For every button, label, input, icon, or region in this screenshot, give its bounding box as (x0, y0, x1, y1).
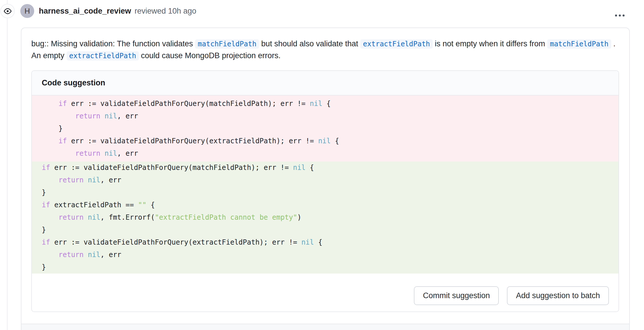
kebab-icon[interactable] (614, 12, 626, 19)
code-line: } (42, 122, 609, 135)
timeline-rail (7, 0, 8, 330)
suggestion-removed-code: if err := validateFieldPathForQuery(matc… (32, 96, 618, 162)
commit-suggestion-button[interactable]: Commit suggestion (414, 286, 499, 305)
code-suggestion-title: Code suggestion (32, 71, 618, 96)
author-link[interactable]: harness_ai_code_review (39, 7, 131, 16)
code-line: } (42, 224, 609, 236)
review-timeline-item: H harness_ai_code_review reviewed 10h ag… (0, 0, 644, 330)
inline-code-chip: matchFieldPath (547, 39, 611, 49)
code-line: return nil, err (42, 147, 609, 160)
code-line: return nil, err (42, 110, 609, 122)
eye-badge (0, 4, 15, 18)
add-suggestion-to-batch-button[interactable]: Add suggestion to batch (507, 286, 609, 305)
kebab-dot (615, 14, 617, 16)
code-line: if extractFieldPath == "" { (42, 199, 609, 211)
code-line: } (42, 186, 609, 199)
code-line: } (42, 261, 609, 274)
kebab-dot (619, 14, 621, 16)
suggestion-actions: Commit suggestion Add suggestion to batc… (32, 274, 618, 311)
review-header: harness_ai_code_review reviewed 10h ago (39, 0, 196, 22)
inline-code-chip: matchFieldPath (195, 39, 259, 49)
code-line: return nil, err (42, 249, 609, 261)
avatar[interactable]: H (20, 4, 34, 18)
inline-code-chip: extractFieldPath (67, 51, 139, 60)
comment-body: bug:: Missing validation: The function v… (21, 28, 629, 324)
code-line: return nil, fmt.Errorf("extractFieldPath… (42, 211, 609, 224)
review-comment-card: bug:: Missing validation: The function v… (21, 28, 630, 330)
review-meta: reviewed 10h ago (134, 7, 196, 16)
code-line: return nil, err (42, 174, 609, 186)
code-line: if err := validateFieldPathForQuery(extr… (42, 135, 609, 147)
kebab-dot (623, 14, 625, 16)
code-line: if err := validateFieldPathForQuery(extr… (42, 236, 609, 249)
suggestion-added-code: if err := validateFieldPathForQuery(matc… (32, 162, 618, 274)
comment-footer-strip (21, 324, 629, 330)
code-line: if err := validateFieldPathForQuery(matc… (42, 98, 609, 110)
code-line: if err := validateFieldPathForQuery(matc… (42, 162, 609, 174)
eye-icon (4, 7, 12, 15)
comment-text: bug:: Missing validation: The function v… (31, 38, 619, 62)
inline-code-chip: extractFieldPath (360, 39, 432, 49)
code-suggestion-card: Code suggestion if err := validateFieldP… (31, 70, 619, 312)
